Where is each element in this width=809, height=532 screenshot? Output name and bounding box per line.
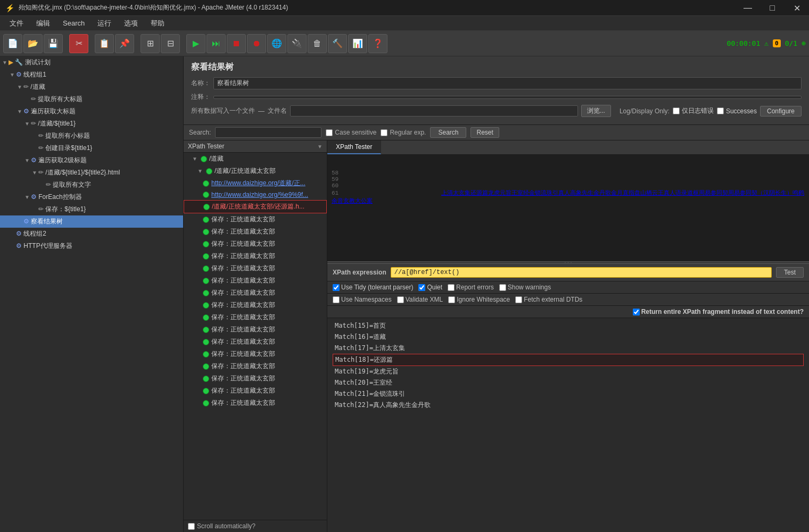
report-button[interactable]: 📊	[348, 34, 367, 53]
req-item-5[interactable]: /道藏/正统道藏太玄部/还源篇.h...	[184, 200, 327, 213]
tree-item-14[interactable]: ⚙ 察看结果树	[0, 215, 183, 228]
opt-use-tidy-(tolerant-parser)[interactable]: Use Tidy (tolerant parser)	[333, 284, 413, 291]
reset-button[interactable]: Reset	[470, 127, 499, 138]
menu-item-search[interactable]: Search	[57, 18, 90, 29]
req-item-13[interactable]: 保存：正统道藏太玄部	[184, 299, 327, 311]
run-no-pause-button[interactable]: ⏭	[207, 34, 226, 53]
case-sensitive-checkbox[interactable]: Case sensitive	[326, 129, 376, 136]
req-item-18[interactable]: 保存：正统道藏太玄部	[184, 360, 327, 372]
opt-use-namespaces[interactable]: Use Namespaces	[333, 296, 392, 303]
minimize-button[interactable]: —	[736, 0, 760, 16]
req-item-19[interactable]: 保存：正统道藏太玄部	[184, 372, 327, 385]
req-item-7[interactable]: 保存：正统道藏太玄部	[184, 226, 327, 238]
run-button[interactable]: ▶	[186, 34, 205, 53]
tree-item-6[interactable]: ▼✏ /道藏/${title1}	[0, 118, 183, 130]
opt-fetch-external-dtds[interactable]: Fetch external DTDs	[515, 296, 582, 303]
configure-button[interactable]: Configure	[760, 106, 802, 117]
search-button[interactable]: Search	[430, 127, 466, 138]
maximize-button[interactable]: □	[760, 0, 785, 16]
req-item-14[interactable]: 保存：正统道藏太玄部	[184, 311, 327, 323]
match-item-22[interactable]: Match[22]=真人高象先生金丹歌	[333, 400, 804, 411]
tree-item-7[interactable]: ✏ 提取所有小标题	[0, 130, 183, 142]
menu-item-帮助[interactable]: 帮助	[145, 17, 170, 30]
remote-stop-button[interactable]: 🔌	[287, 34, 307, 53]
match-item-15[interactable]: Match[15]=首页	[333, 320, 804, 331]
opt-show-warnings[interactable]: Show warnings	[499, 284, 551, 291]
opt-ignore-whitespace[interactable]: Ignore Whitespace	[448, 296, 510, 303]
match-item-21[interactable]: Match[21]=金锁流珠引	[333, 388, 804, 400]
broom-button[interactable]: 🔨	[328, 34, 347, 53]
match-item-16[interactable]: Match[16]=道藏	[333, 331, 804, 343]
req-item-10[interactable]: 保存：正统道藏太玄部	[184, 262, 327, 275]
tree-item-9[interactable]: ▼⚙ 遍历获取2级标题	[0, 154, 183, 167]
req-item-3[interactable]: http://www.daizhige.org/道藏/正...	[184, 177, 327, 189]
stop-now-button[interactable]: ⏺	[247, 34, 266, 53]
paste-button[interactable]: 📌	[115, 34, 134, 53]
tree-item-11[interactable]: ✏ 提取所有文字	[0, 179, 183, 191]
match-item-17[interactable]: Match[17]=上清太玄集	[333, 343, 804, 354]
tree-item-5[interactable]: ▼⚙ 遍历获取大标题	[0, 105, 183, 118]
remote-button[interactable]: 🌐	[267, 34, 286, 53]
only-errors-checkbox[interactable]: 仅日志错误	[673, 106, 714, 115]
expand-button[interactable]: ⊞	[141, 34, 160, 53]
opt-report-errors[interactable]: Report errors	[448, 284, 494, 291]
matches-area[interactable]: Match[15]=首页Match[16]=道藏Match[17]=上清太玄集M…	[327, 318, 809, 532]
req-item-12[interactable]: 保存：正统道藏太玄部	[184, 287, 327, 299]
filename-input[interactable]	[290, 105, 578, 117]
clear-button[interactable]: 🗑	[308, 34, 327, 53]
menu-item-运行[interactable]: 运行	[92, 17, 117, 30]
tab-xpath-tester[interactable]: XPath Tester	[327, 140, 381, 154]
browse-button[interactable]: 浏览...	[581, 105, 611, 117]
request-tree-body[interactable]: ▼/道藏▼/道藏/正统道藏太玄部http://www.daizhige.org/…	[184, 153, 327, 520]
req-item-17[interactable]: 保存：正统道藏太玄部	[184, 348, 327, 360]
tree-item-15[interactable]: ⚙ 线程组2	[0, 228, 183, 240]
test-button[interactable]: Test	[776, 267, 804, 278]
menu-item-编辑[interactable]: 编辑	[31, 17, 55, 30]
opt-return-xpath-fragment[interactable]: Return entire XPath fragment instead of …	[633, 308, 804, 315]
req-item-6[interactable]: 保存：正统道藏太玄部	[184, 213, 327, 226]
regex-checkbox[interactable]: Regular exp.	[381, 129, 426, 136]
tree-item-3[interactable]: ▼✏ /道藏	[0, 81, 183, 93]
close-button[interactable]: ✕	[785, 0, 809, 16]
search-input[interactable]	[215, 127, 321, 138]
req-item-15[interactable]: 保存：正统道藏太玄部	[184, 323, 327, 336]
match-item-18[interactable]: Match[18]=还源篇	[333, 354, 804, 366]
help-button[interactable]: ❓	[368, 34, 387, 53]
opt-validate-xml[interactable]: Validate XML	[397, 296, 443, 303]
tree-item-8[interactable]: ✏ 创建目录${title1}	[0, 142, 183, 154]
req-item-1[interactable]: ▼/道藏	[184, 153, 327, 165]
tree-item-13[interactable]: ✏ 保存：${title1}	[0, 203, 183, 215]
tree-item-4[interactable]: ✏ 提取所有大标题	[0, 93, 183, 105]
xpath-input[interactable]	[391, 267, 772, 278]
stop-button[interactable]: ⏹	[227, 34, 246, 53]
tree-item-16[interactable]: ⚙ HTTP代理服务器	[0, 240, 183, 252]
open-button[interactable]: 📂	[23, 34, 43, 53]
tree-item-10[interactable]: ▼✏ /道藏/${title1}/${title2}.html	[0, 167, 183, 179]
dropdown-arrow-icon[interactable]: ▼	[317, 144, 323, 149]
req-item-16[interactable]: 保存：正统道藏太玄部	[184, 336, 327, 348]
tree-item-12[interactable]: ▼⚙ ForEach控制器	[0, 191, 183, 203]
req-item-21[interactable]: 保存：正统道藏太玄部	[184, 397, 327, 409]
match-item-20[interactable]: Match[20]=王室经	[333, 377, 804, 388]
successes-checkbox[interactable]: Successes	[717, 107, 757, 115]
match-item-19[interactable]: Match[19]=龙虎元旨	[333, 366, 804, 377]
tree-item-1[interactable]: ▼▶ 🔧 测试计划	[0, 56, 183, 69]
menu-item-文件[interactable]: 文件	[4, 17, 29, 30]
scroll-auto-checkbox[interactable]	[188, 523, 195, 530]
req-item-20[interactable]: 保存：正统道藏太玄部	[184, 385, 327, 397]
req-item-2[interactable]: ▼/道藏/正统道藏太玄部	[184, 165, 327, 177]
cut-button[interactable]: ✂	[69, 34, 88, 53]
collapse-button[interactable]: ⊟	[161, 34, 180, 53]
new-button[interactable]: 📄	[3, 34, 22, 53]
copy-button[interactable]: 📋	[95, 34, 114, 53]
req-item-9[interactable]: 保存：正统道藏太玄部	[184, 250, 327, 262]
req-item-8[interactable]: 保存：正统道藏太玄部	[184, 238, 327, 250]
tree-item-2[interactable]: ▼⚙ 线程组1	[0, 69, 183, 81]
opt-quiet[interactable]: Quiet	[418, 284, 442, 291]
req-item-4[interactable]: http://www.daizhige.org/%e9%9f...	[184, 189, 327, 200]
save-button[interactable]: 💾	[44, 34, 63, 53]
response-text-area[interactable]: 58 59 60 61 上清太玄集还源篇龙虎元旨王室经金锁流珠引真人高象先生金丹…	[327, 155, 809, 261]
menu-item-选项[interactable]: 选项	[119, 17, 143, 30]
req-item-11[interactable]: 保存：正统道藏太玄部	[184, 275, 327, 287]
add-button[interactable]: ⊕	[802, 39, 806, 47]
